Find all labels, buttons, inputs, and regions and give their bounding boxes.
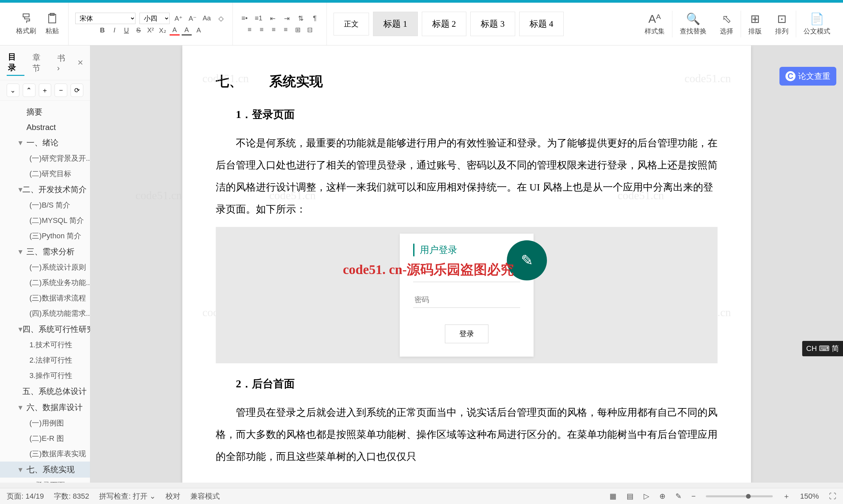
style-heading-4[interactable]: 标题 4	[519, 12, 564, 36]
outline-item[interactable]: (二)MYSQL 简介	[0, 213, 90, 228]
subheading-2: 2．后台首面	[236, 377, 718, 391]
outline-item[interactable]: 3.操作可行性	[0, 368, 90, 383]
outline-item[interactable]: ▾七、系统实现	[0, 462, 90, 478]
focus-icon[interactable]: ✎	[675, 492, 682, 501]
zoom-in-button[interactable]: ＋	[783, 491, 790, 501]
outline-item[interactable]: 1.技术可行性	[0, 337, 90, 353]
styles-gallery: 正文 标题 1 标题 2 标题 3 标题 4	[327, 3, 639, 45]
style-heading-1[interactable]: 标题 1	[373, 12, 418, 36]
align-center-button[interactable]: ≡	[257, 25, 266, 35]
outline-down-button[interactable]: ⌄	[7, 84, 19, 97]
check-icon: C	[786, 71, 795, 81]
outline-item[interactable]: ▾六、数据库设计	[0, 399, 90, 415]
highlight-button[interactable]: A	[182, 25, 192, 35]
style-normal[interactable]: 正文	[333, 13, 369, 35]
font-color-button[interactable]: A	[170, 25, 179, 35]
zoom-slider[interactable]	[706, 495, 773, 497]
plagiarism-check-button[interactable]: C 论文查重	[779, 67, 836, 86]
ime-indicator: CH ⌨ 简	[802, 341, 843, 356]
style-heading-3[interactable]: 标题 3	[470, 12, 515, 36]
paste-button[interactable]: 粘贴	[43, 11, 62, 37]
word-count[interactable]: 字数: 8352	[54, 491, 89, 501]
outline-item[interactable]: ▾二、开发技术简介	[0, 181, 90, 198]
outline-item[interactable]: (二)研究目标	[0, 166, 90, 181]
decrease-indent-button[interactable]: ⇤	[268, 13, 278, 23]
justify-button[interactable]: ≡	[281, 25, 291, 35]
case-button[interactable]: Aa	[202, 13, 212, 23]
close-pane-button[interactable]: ✕	[77, 58, 83, 67]
font-family-select[interactable]: 宋体	[75, 13, 136, 24]
compat-mode: 兼容模式	[190, 491, 220, 501]
subheading-1: 1．登录页面	[236, 107, 718, 122]
clear-format-button[interactable]: ◇	[216, 13, 226, 23]
italic-button[interactable]: I	[109, 25, 119, 35]
outline-up-button[interactable]: ⌃	[23, 84, 35, 97]
tab-chapter[interactable]: 章节	[31, 50, 49, 75]
outline-item[interactable]: ▾一、绪论	[0, 135, 90, 151]
outline-item[interactable]: ▾四、系统可行性研究	[0, 321, 90, 337]
outline-item[interactable]: ▾三、需求分析	[0, 244, 90, 260]
outline-item[interactable]: (一)B/S 简介	[0, 198, 90, 213]
outline-list: 摘要Abstract▾一、绪论(一)研究背景及开...(二)研究目标▾二、开发技…	[0, 101, 90, 483]
tab-bookmark[interactable]: 书 ›	[56, 51, 71, 75]
document-area[interactable]: code51.cn code51.cn code51.cn code51.cn …	[90, 46, 843, 483]
outline-add-button[interactable]: ＋	[39, 84, 52, 97]
outline-item[interactable]: 五、系统总体设计	[0, 383, 90, 399]
show-marks-button[interactable]: ¶	[310, 13, 320, 23]
proofing-status[interactable]: 校对	[166, 491, 180, 501]
superscript-button[interactable]: X²	[145, 25, 156, 35]
styles-button[interactable]: Aᴬ样式集	[639, 10, 671, 38]
paragraph: 不论是何系统，最重要的功能就是能够进行用户的有效性验证和登录。为了能够提供更好的…	[216, 132, 718, 220]
format-painter-button[interactable]: 格式刷	[13, 11, 39, 37]
font-size-select[interactable]: 小四	[139, 13, 170, 24]
align-right-button[interactable]: ≡	[269, 25, 279, 35]
zoom-level[interactable]: 150%	[800, 492, 819, 501]
outline-item[interactable]: 1.登录页面	[0, 478, 90, 483]
spell-check-status[interactable]: 拼写检查: 打开 ⌄	[99, 491, 155, 501]
find-replace-button[interactable]: 🔍查找替换	[674, 10, 712, 38]
page-indicator[interactable]: 页面: 14/19	[7, 491, 44, 501]
underline-button[interactable]: U	[121, 25, 132, 35]
arrange-button[interactable]: ⊡排列	[769, 10, 794, 38]
outline-item[interactable]: (二)E-R 图	[0, 431, 90, 446]
outline-item[interactable]: Abstract	[0, 120, 90, 135]
subscript-button[interactable]: X₂	[158, 25, 168, 35]
style-heading-2[interactable]: 标题 2	[422, 12, 467, 36]
strike-button[interactable]: S	[134, 25, 143, 35]
increase-font-button[interactable]: A⁺	[174, 13, 184, 23]
decrease-font-button[interactable]: A⁻	[188, 13, 198, 23]
view-outline-icon[interactable]: ▤	[626, 492, 634, 501]
fullscreen-icon[interactable]: ⛶	[829, 492, 836, 501]
align-left-button[interactable]: ≡	[244, 25, 255, 35]
bullets-button[interactable]: ≡•	[240, 13, 250, 23]
typeset-button[interactable]: ⊞排版	[742, 10, 768, 38]
login-title: 用户登录	[413, 244, 520, 256]
outline-remove-button[interactable]: −	[54, 84, 67, 97]
select-button[interactable]: ⬁选择	[714, 10, 739, 38]
outline-item[interactable]: (三)Python 简介	[0, 228, 90, 244]
numbering-button[interactable]: ≡1	[254, 13, 263, 23]
outline-item[interactable]: (三)数据库表实现	[0, 446, 90, 462]
outline-item[interactable]: 2.法律可行性	[0, 353, 90, 368]
outline-item[interactable]: (四)系统功能需求...	[0, 306, 90, 321]
outline-item[interactable]: (一)系统设计原则	[0, 260, 90, 275]
bold-button[interactable]: B	[97, 25, 107, 35]
outline-item[interactable]: (一)用例图	[0, 415, 90, 431]
view-read-icon[interactable]: ▷	[643, 492, 649, 501]
outline-refresh-button[interactable]: ⟳	[71, 84, 83, 97]
view-web-icon[interactable]: ⊕	[659, 492, 665, 501]
outline-item[interactable]: (二)系统业务功能...	[0, 275, 90, 290]
shading-button[interactable]: A	[194, 25, 204, 35]
zoom-out-button[interactable]: −	[691, 492, 696, 501]
increase-indent-button[interactable]: ⇥	[282, 13, 292, 23]
gov-mode-button[interactable]: 📄公文模式	[797, 10, 836, 38]
tab-toc[interactable]: 目录	[7, 50, 24, 76]
line-spacing-button[interactable]: ⇅	[296, 13, 306, 23]
outline-item[interactable]: 摘要	[0, 104, 90, 120]
columns-button[interactable]: ⊟	[305, 25, 315, 35]
view-print-icon[interactable]: ▦	[609, 492, 617, 501]
outline-item[interactable]: (一)研究背景及开...	[0, 151, 90, 166]
page: code51.cn code51.cn code51.cn code51.cn …	[182, 46, 751, 483]
outline-item[interactable]: (三)数据请求流程	[0, 290, 90, 306]
distribute-button[interactable]: ⊞	[293, 25, 303, 35]
